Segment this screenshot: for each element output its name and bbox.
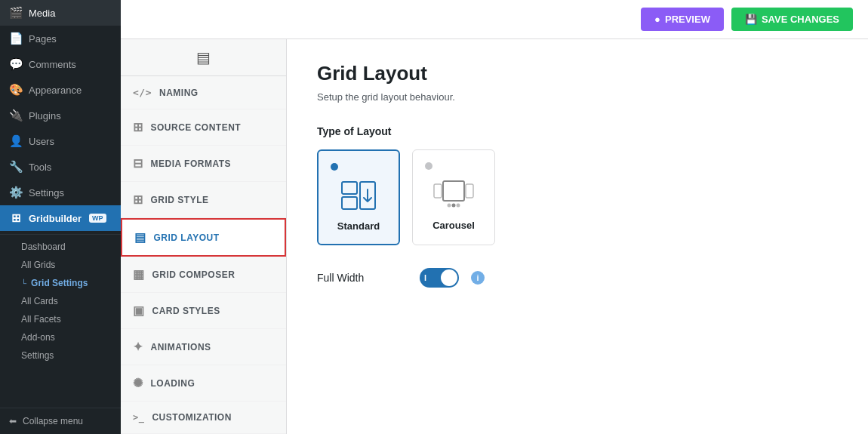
- sidebar-item-settings[interactable]: ⚙️ Settings: [0, 180, 121, 205]
- svg-rect-5: [466, 184, 473, 198]
- panel-item-source-content[interactable]: ⊞ SOURCE CONTENT: [121, 109, 286, 146]
- carousel-icon: [435, 177, 472, 212]
- customization-icon: >_: [133, 412, 144, 423]
- panel-item-grid-style[interactable]: ⊞ GRID STYLE: [121, 182, 286, 218]
- carousel-dot: [425, 162, 432, 170]
- toggle-on-label: I: [424, 273, 426, 282]
- sidebar-item-pages[interactable]: 📄 Pages: [0, 26, 121, 51]
- page-title: Grid Layout: [317, 62, 838, 85]
- sidebar: 🎬 Media 📄 Pages 💬 Comments 🎨 Appearance …: [0, 0, 121, 434]
- sidebar-item-users[interactable]: 👤 Users: [0, 128, 121, 154]
- layout-card-carousel[interactable]: Carousel: [412, 149, 495, 245]
- source-content-icon: ⊞: [133, 120, 143, 134]
- users-icon: 👤: [9, 134, 23, 148]
- collapse-icon: ⬅: [9, 416, 17, 426]
- standard-label: Standard: [337, 220, 380, 232]
- collapse-menu-button[interactable]: ⬅ Collapse menu: [0, 408, 121, 434]
- loading-icon: ✺: [133, 376, 143, 390]
- panel-item-customization[interactable]: >_ CUSTOMIZATION: [121, 402, 286, 434]
- sidebar-sub-all-cards[interactable]: All Cards: [0, 292, 121, 310]
- gridbuilder-submenu: Dashboard All Grids └ Grid Settings All …: [0, 234, 121, 365]
- sidebar-sub-all-facets[interactable]: All Facets: [0, 310, 121, 328]
- svg-rect-1: [342, 197, 357, 209]
- full-width-toggle[interactable]: I: [420, 268, 459, 288]
- page-subtitle: Setup the grid layout behaviour.: [317, 91, 838, 103]
- card-styles-icon: ▣: [133, 303, 145, 318]
- pages-icon: 📄: [9, 32, 23, 45]
- panel-item-grid-layout[interactable]: ➜ ▤ GRID LAYOUT: [121, 218, 286, 257]
- sidebar-sub-settings[interactable]: Settings: [0, 346, 121, 365]
- wp-badge: WP: [89, 214, 106, 223]
- panel-item-naming[interactable]: </> NAMING: [121, 76, 286, 109]
- full-width-info-icon[interactable]: i: [471, 271, 485, 285]
- settings-panel: ▤ </> NAMING ⊞ SOURCE CONTENT ⊟ MEDIA FO…: [121, 39, 287, 434]
- right-panel: Grid Layout Setup the grid layout behavi…: [287, 39, 868, 434]
- sidebar-item-comments[interactable]: 💬 Comments: [0, 51, 121, 77]
- preview-icon: ●: [654, 14, 660, 25]
- sidebar-item-tools[interactable]: 🔧 Tools: [0, 154, 121, 180]
- panel-item-loading[interactable]: ✺ LOADING: [121, 365, 286, 402]
- save-changes-button[interactable]: 💾 SAVE CHANGES: [731, 8, 853, 31]
- save-icon: 💾: [745, 14, 757, 25]
- grid-style-icon: ⊞: [133, 192, 143, 207]
- panel-header: ▤: [121, 39, 286, 76]
- svg-point-6: [448, 204, 451, 208]
- svg-point-8: [457, 204, 460, 208]
- grid-composer-icon: ▦: [133, 267, 145, 282]
- sidebar-sub-grid-settings[interactable]: └ Grid Settings: [0, 274, 121, 292]
- plugins-icon: 🔌: [9, 109, 23, 122]
- layout-type-label: Type of Layout: [317, 125, 838, 137]
- layout-type-selector: Standard: [317, 149, 838, 245]
- full-width-label: Full Width: [317, 272, 408, 284]
- svg-rect-0: [342, 182, 357, 194]
- gridbuilder-icon: ⊞: [9, 211, 23, 225]
- panel-item-card-styles[interactable]: ▣ CARD STYLES: [121, 293, 286, 329]
- preview-button[interactable]: ● PREVIEW: [641, 8, 724, 31]
- layout-card-standard[interactable]: Standard: [317, 149, 400, 245]
- sidebar-sub-all-grids[interactable]: All Grids: [0, 256, 121, 274]
- svg-rect-4: [434, 184, 442, 198]
- carousel-label: Carousel: [432, 220, 475, 231]
- sidebar-item-appearance[interactable]: 🎨 Appearance: [0, 77, 121, 103]
- sidebar-sub-dashboard[interactable]: Dashboard: [0, 238, 121, 256]
- sidebar-item-gridbuilder[interactable]: ⊞ Gridbuilder WP: [0, 205, 121, 231]
- settings-icon: ⚙️: [9, 186, 23, 199]
- main-area: ● PREVIEW 💾 SAVE CHANGES ▤ </> NAMING ⊞ …: [121, 0, 868, 434]
- animations-icon: ✦: [133, 340, 143, 354]
- naming-icon: </>: [133, 87, 152, 98]
- panel-item-animations[interactable]: ✦ ANIMATIONS: [121, 329, 286, 365]
- top-bar: ● PREVIEW 💾 SAVE CHANGES: [121, 0, 868, 39]
- standard-selected-dot: [331, 163, 338, 171]
- media-formats-icon: ⊟: [133, 156, 143, 171]
- sidebar-item-media[interactable]: 🎬 Media: [0, 0, 121, 26]
- sidebar-item-plugins[interactable]: 🔌 Plugins: [0, 103, 121, 128]
- content-area: ▤ </> NAMING ⊞ SOURCE CONTENT ⊟ MEDIA FO…: [121, 39, 868, 434]
- svg-point-7: [452, 204, 456, 208]
- panel-toggle-icon: ▤: [196, 48, 211, 66]
- standard-icon: [340, 178, 377, 213]
- toggle-thumb: [441, 269, 457, 286]
- media-icon: 🎬: [9, 6, 23, 20]
- panel-item-grid-composer[interactable]: ▦ GRID COMPOSER: [121, 257, 286, 293]
- appearance-icon: 🎨: [9, 83, 23, 97]
- comments-icon: 💬: [9, 57, 23, 71]
- grid-layout-icon: ▤: [134, 230, 146, 245]
- tools-icon: 🔧: [9, 160, 23, 174]
- full-width-row: Full Width I i: [317, 268, 838, 288]
- panel-item-media-formats[interactable]: ⊟ MEDIA FORMATS: [121, 146, 286, 182]
- svg-rect-3: [443, 181, 464, 201]
- sidebar-sub-add-ons[interactable]: Add-ons: [0, 328, 121, 346]
